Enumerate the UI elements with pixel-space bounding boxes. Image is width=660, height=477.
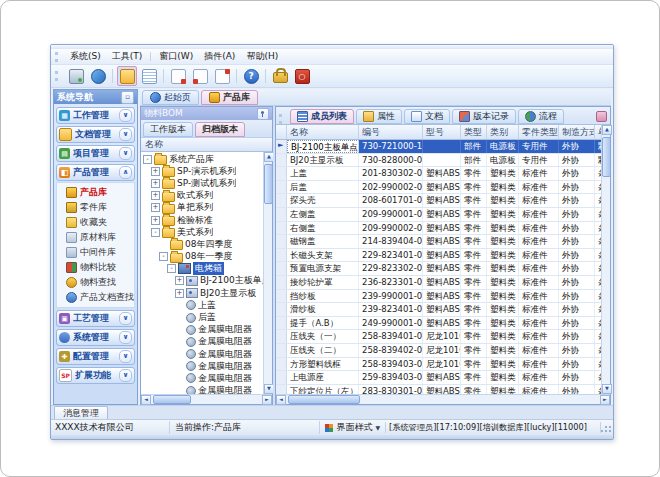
chevron-down-icon[interactable]: ∨ bbox=[119, 109, 132, 122]
tree-node[interactable]: +SP-测试机系列 bbox=[141, 177, 263, 189]
cell[interactable]: 239-823401-00X bbox=[359, 303, 423, 316]
cell[interactable]: 239-990001-01X bbox=[359, 290, 423, 303]
cell[interactable]: 外协 bbox=[559, 358, 595, 371]
tab-workflow[interactable]: 流程 bbox=[518, 109, 564, 124]
tab-working-version[interactable]: 工作版本 bbox=[143, 122, 193, 137]
menu-system[interactable]: 系统(S) bbox=[65, 50, 106, 63]
cell[interactable]: 上电源座 bbox=[287, 371, 359, 384]
column-header[interactable]: 制造方式 bbox=[559, 125, 595, 139]
cell[interactable]: 标准件 bbox=[519, 276, 559, 289]
cell[interactable]: 电源板 bbox=[487, 140, 519, 153]
cell[interactable]: 探头壳 bbox=[287, 194, 359, 207]
cell[interactable]: 外协 bbox=[559, 194, 595, 207]
cell[interactable]: 零件 bbox=[461, 235, 487, 248]
table-row[interactable]: 方形塑料线框258-839403-00X尼龙1010零件塑料类标准件外协条 bbox=[276, 358, 601, 372]
cell[interactable]: 塑料ABS bbox=[423, 235, 461, 248]
cell[interactable]: 283-830301-00X bbox=[359, 385, 423, 394]
cell[interactable]: 外协 bbox=[559, 276, 595, 289]
cell[interactable]: 塑料类 bbox=[487, 358, 519, 371]
tab-archived-version[interactable]: 归档版本 bbox=[195, 122, 245, 137]
folder-open-button[interactable] bbox=[117, 66, 137, 86]
cell[interactable]: 标准件 bbox=[519, 208, 559, 221]
chevron-up-icon[interactable]: ∧ bbox=[119, 166, 132, 179]
table-row[interactable]: 上电源座259-839403-00X塑料ABS零件塑料类标准件外协条 bbox=[276, 371, 601, 385]
cell[interactable]: 730-721000-12X bbox=[359, 140, 423, 153]
cell[interactable]: 零件 bbox=[461, 222, 487, 235]
cell[interactable]: 塑料ABS bbox=[423, 276, 461, 289]
menu-window[interactable]: 窗口(W) bbox=[154, 50, 198, 63]
cell[interactable]: 后盖 bbox=[287, 181, 359, 194]
cell[interactable]: 滑纱板 bbox=[287, 303, 359, 316]
cell[interactable]: 零件 bbox=[461, 358, 487, 371]
column-header[interactable]: 类型 bbox=[461, 125, 487, 139]
tab-member-list[interactable]: 成员列表 bbox=[290, 109, 354, 124]
cell[interactable]: 尼龙1010 bbox=[423, 358, 461, 371]
table-row[interactable]: 接纱轮护罩236-823301-00X塑料ABS零件塑料类标准件外协条 bbox=[276, 276, 601, 290]
collapse-minus-icon[interactable]: - bbox=[159, 252, 168, 261]
menu-tools[interactable]: 工具(T) bbox=[107, 50, 148, 63]
resize-grip[interactable] bbox=[601, 422, 613, 434]
cell[interactable]: 尼龙1010 bbox=[423, 330, 461, 343]
collapse-minus-icon[interactable]: - bbox=[167, 264, 176, 273]
cell[interactable]: 塑料类 bbox=[487, 194, 519, 207]
report-button[interactable] bbox=[139, 66, 159, 86]
doc-delete-button[interactable] bbox=[168, 66, 188, 86]
cell[interactable]: 外协 bbox=[559, 154, 595, 167]
table-vscroll-thumb[interactable] bbox=[602, 137, 611, 177]
tree-column-header[interactable]: 名称 bbox=[141, 138, 272, 152]
expand-plus-icon[interactable]: + bbox=[151, 216, 160, 225]
cell[interactable]: 730-828000-04X bbox=[359, 154, 423, 167]
cell[interactable]: 外协 bbox=[559, 371, 595, 384]
column-header[interactable]: 名称 bbox=[287, 125, 359, 139]
expand-plus-icon[interactable]: + bbox=[151, 179, 160, 188]
cell[interactable]: 电源板 bbox=[487, 154, 519, 167]
chevron-down-icon[interactable]: ∨ bbox=[119, 369, 132, 382]
menu-help[interactable]: 帮助(H) bbox=[241, 50, 283, 63]
sidebar-group-process-management[interactable]: 工艺管理∨ bbox=[56, 310, 135, 327]
cell[interactable]: 外协 bbox=[559, 317, 595, 330]
cell[interactable]: 部件 bbox=[461, 154, 487, 167]
tree-vertical-scrollbar[interactable]: ▲ ▼ bbox=[263, 152, 272, 394]
collapse-minus-icon[interactable]: - bbox=[151, 228, 160, 237]
cell[interactable]: 塑料ABS bbox=[423, 371, 461, 384]
cell[interactable]: 外协 bbox=[559, 290, 595, 303]
cell[interactable]: 标准件 bbox=[519, 222, 559, 235]
cell[interactable]: 外协 bbox=[559, 208, 595, 221]
cell[interactable]: 塑料ABS bbox=[423, 167, 461, 180]
sidebar-group-extended-functions[interactable]: 扩展功能∨ bbox=[56, 367, 135, 384]
cell[interactable]: 塑料ABS bbox=[423, 385, 461, 394]
table-row[interactable]: 预置电源支架229-823302-00X塑料ABS零件塑料类标准件外协条 bbox=[276, 262, 601, 276]
cell[interactable]: 外协 bbox=[559, 344, 595, 357]
cell[interactable]: 零件 bbox=[461, 262, 487, 275]
cell[interactable]: 零件 bbox=[461, 290, 487, 303]
cell[interactable]: 挡纱板 bbox=[287, 290, 359, 303]
table-row[interactable]: 挡纱板239-990001-01X塑料ABS零件塑料类标准件外协条 bbox=[276, 290, 601, 304]
chevron-down-icon[interactable]: ∨ bbox=[119, 331, 132, 344]
expand-plus-icon[interactable]: + bbox=[175, 276, 184, 285]
tree-node[interactable]: 上盖 bbox=[141, 299, 263, 311]
power-button[interactable] bbox=[292, 66, 312, 86]
cell[interactable]: 标准件 bbox=[519, 249, 559, 262]
tree-node[interactable]: -08年一季度 bbox=[141, 251, 263, 263]
detail-tabs-grip[interactable] bbox=[279, 114, 285, 124]
tree-node[interactable]: 金属膜电阻器 bbox=[141, 360, 263, 372]
tree-node[interactable]: -美式系列 bbox=[141, 226, 263, 238]
cell[interactable]: 201-830302-00X bbox=[359, 167, 423, 180]
cell[interactable]: 外协 bbox=[559, 140, 595, 153]
cell[interactable]: BJ20主显示板 bbox=[287, 154, 359, 167]
sidebar-group-work-management[interactable]: 工作管理∨ bbox=[56, 107, 135, 124]
sidebar-item-product-library[interactable]: 产品库 bbox=[57, 185, 134, 200]
tab-message-management[interactable]: 消息管理 bbox=[54, 406, 108, 419]
cell[interactable]: 方形塑料线框 bbox=[287, 358, 359, 371]
tree-node[interactable]: 08年四季度 bbox=[141, 238, 263, 250]
tree-node[interactable]: 金属膜电阻器 bbox=[141, 348, 263, 360]
cell[interactable]: 202-990002-01X bbox=[359, 181, 423, 194]
tree-node[interactable]: 金属膜电阻器 bbox=[141, 385, 263, 394]
table-row[interactable]: 左侧盖209-990001-01X塑料ABS零件塑料类标准件外协条 bbox=[276, 208, 601, 222]
cell[interactable]: 塑料ABS bbox=[423, 222, 461, 235]
cell[interactable]: 塑料类 bbox=[487, 276, 519, 289]
sidebar-item-material-compare[interactable]: 物料比较 bbox=[57, 260, 134, 275]
cell[interactable]: 标准件 bbox=[519, 303, 559, 316]
cell[interactable]: 229-823302-00X bbox=[359, 262, 423, 275]
cell[interactable]: 259-839403-00X bbox=[359, 371, 423, 384]
